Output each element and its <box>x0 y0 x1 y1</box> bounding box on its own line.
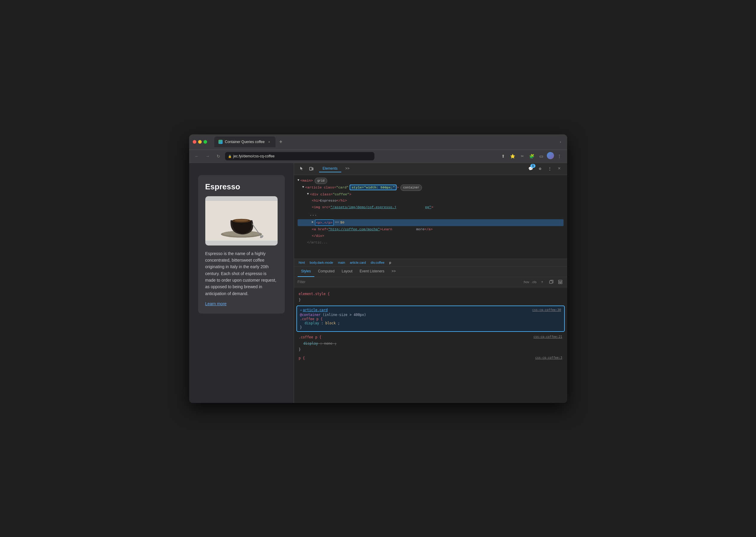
a-tag-open: <a href= <box>312 227 329 232</box>
refresh-button[interactable]: ↻ <box>214 152 223 160</box>
title-bar: Container Queries coffee × + › <box>189 134 567 150</box>
extensions-icon[interactable]: ✂ <box>518 152 526 160</box>
tab-more[interactable]: >> <box>342 165 353 172</box>
bc-div-coffee[interactable]: div.coffee <box>370 260 386 265</box>
element-style-close: } <box>299 297 562 303</box>
rule1-close: } <box>300 325 561 329</box>
devtools-panel: Elements >> 💬 1 ⚙ ⋮ × ▼ <box>294 163 567 403</box>
bc-body[interactable]: body.dark-mode <box>308 260 334 265</box>
tab-elements[interactable]: Elements <box>319 165 341 172</box>
close-button[interactable] <box>193 140 196 144</box>
block-value: block <box>326 321 336 325</box>
bc-p[interactable]: p <box>388 260 392 265</box>
tab-favicon <box>218 140 223 144</box>
tab-styles-more[interactable]: >> <box>388 266 399 277</box>
rule2-source-link[interactable]: css-cq-coffee:21 <box>533 334 562 341</box>
inspect-element-button[interactable] <box>298 165 306 173</box>
filter-cls[interactable]: .cls <box>532 280 537 284</box>
container-ref-line: → article.card css-cq-coffee:30 <box>300 308 561 312</box>
dom-p-line[interactable]: ▶ <p>…</p> == $0 <box>298 219 563 227</box>
colon: : <box>321 321 326 325</box>
container-query-rule: → article.card css-cq-coffee:30 @contain… <box>296 306 565 332</box>
style-attribute: style="width: 500px;" <box>350 185 396 190</box>
rule1-property-line: display : block ; <box>300 321 561 325</box>
active-tab[interactable]: Container Queries coffee × <box>214 137 276 147</box>
style-attr-highlight-wrapper: style="width: 500px;" <box>350 185 396 190</box>
a-close: </a> <box>424 227 433 231</box>
img-src-link-cont[interactable]: pg" <box>425 205 431 209</box>
fullscreen-button[interactable] <box>203 140 207 144</box>
dom-article-line[interactable]: ▼ <article class="card" style="width: 50… <box>298 184 563 191</box>
rule2-header: .coffee p { css-cq-coffee:21 <box>299 334 562 341</box>
new-tab-button[interactable]: + <box>277 138 285 146</box>
element-style-text: element.style { <box>299 292 330 296</box>
mac-window: Container Queries coffee × + › ← → ↻ 🔒 j… <box>189 134 567 403</box>
tab-computed[interactable]: Computed <box>314 266 338 277</box>
devtools-toolbar: Elements >> 💬 1 ⚙ ⋮ × <box>294 163 567 175</box>
share-icon[interactable]: ⬆ <box>499 152 508 160</box>
tab-styles[interactable]: Styles <box>298 266 315 277</box>
more-options-button[interactable]: ⋮ <box>546 165 554 173</box>
expand-arrow-div[interactable]: ▼ <box>307 191 309 196</box>
css-rules-panel: element.style { } → article.card css-cq-… <box>294 287 567 403</box>
p-expand-arrow[interactable]: ▶ <box>312 220 314 225</box>
tab-close-button[interactable]: × <box>267 140 271 144</box>
rule2-close-brace: } <box>299 347 301 351</box>
coffee-card: Espresso <box>198 175 285 314</box>
coffee-image-svg <box>205 196 278 245</box>
rule3-source-link[interactable]: css-cq-coffee:3 <box>535 355 562 361</box>
learn-more-link[interactable]: Learn more <box>205 301 227 306</box>
bookmark-icon[interactable]: ⭐ <box>509 152 517 160</box>
bc-html[interactable]: html <box>298 260 306 265</box>
sidebar-icon[interactable]: ▭ <box>537 152 546 160</box>
dom-div-close-line[interactable]: </div> <box>298 233 563 239</box>
dom-h1-line[interactable]: <h1>Espresso</h1> <box>298 197 563 204</box>
div-close-tag: </div> <box>312 233 324 239</box>
card-title: Espresso <box>205 182 278 191</box>
add-style-button[interactable]: + <box>539 279 546 285</box>
expand-arrow[interactable]: ▼ <box>298 178 299 183</box>
chat-icon-button[interactable]: 💬 1 <box>526 165 535 173</box>
img-src-link[interactable]: "/assets/img/demo/cof-espresso.j <box>331 204 396 210</box>
filter-hov[interactable]: :hov <box>523 280 529 284</box>
bc-article[interactable]: article.card <box>349 260 367 265</box>
dom-main-line[interactable]: ▼ <main> grid <box>298 178 563 184</box>
tab-layout[interactable]: Layout <box>338 266 356 277</box>
minimize-button[interactable] <box>198 140 202 144</box>
layout-button[interactable] <box>557 279 563 285</box>
url-text: jec.fyi/demo/css-cq-coffee <box>233 154 275 158</box>
bc-main[interactable]: main <box>337 260 346 265</box>
three-dots[interactable]: ... <box>307 211 319 219</box>
dom-tree: ▼ <main> grid ▼ <article class="card" st… <box>294 175 567 259</box>
dom-article-close-line[interactable]: </artic... <box>298 239 563 246</box>
expand-arrow-article[interactable]: ▼ <box>302 185 304 190</box>
close-devtools-button[interactable]: × <box>555 165 563 173</box>
forward-button[interactable]: → <box>203 152 212 160</box>
toggle-style-button[interactable] <box>548 279 555 285</box>
display-prop-strikethrough: display : none ; <box>304 341 337 346</box>
img-src-cont: pg"> <box>396 204 433 210</box>
rule3-header: p { css-cq-coffee:3 <box>299 355 562 361</box>
dom-dots-line[interactable]: ... <box>298 210 563 219</box>
container-ref-link[interactable]: article.card <box>303 308 328 312</box>
card-image <box>205 196 278 245</box>
tab-event-listeners[interactable]: Event Listeners <box>356 266 388 277</box>
dom-a-line[interactable]: <a href="http://coffee.com/mocha">Learn … <box>298 226 563 233</box>
svg-point-9 <box>253 234 254 235</box>
address-field[interactable]: 🔒 jec.fyi/demo/css-cq-coffee <box>225 152 375 160</box>
device-toolbar-button[interactable] <box>307 165 316 173</box>
filter-input[interactable] <box>298 280 521 284</box>
puzzle-icon[interactable]: 🧩 <box>528 152 536 160</box>
a-href-link[interactable]: "http://coffee.com/mocha" <box>329 227 380 232</box>
dom-div-coffee-line[interactable]: ▼ <div class="coffee"> <box>298 191 563 198</box>
dom-img-line[interactable]: <img src="/assets/img/demo/cof-espresso.… <box>298 204 563 211</box>
rule1-source-link[interactable]: css-cq-coffee:30 <box>532 308 561 311</box>
img-tag-open: <img src= <box>312 204 331 210</box>
display-prop: display <box>305 321 319 325</box>
equals-sign: == <box>335 220 339 226</box>
back-button[interactable]: ← <box>193 152 201 160</box>
more-menu-icon[interactable]: ⋮ <box>555 152 563 160</box>
profile-avatar[interactable] <box>547 152 554 159</box>
img-tag-close: > <box>431 205 433 209</box>
settings-button[interactable]: ⚙ <box>536 165 545 173</box>
